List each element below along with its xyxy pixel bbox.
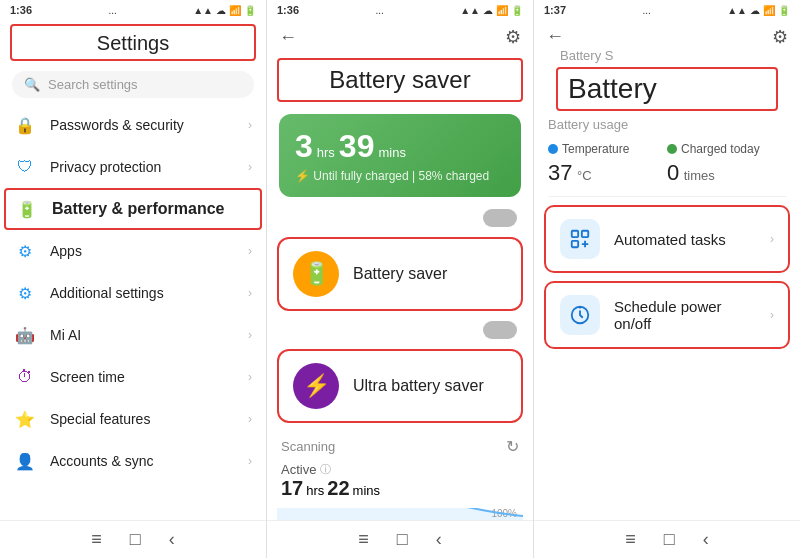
nav-menu-2[interactable]: ≡: [358, 529, 369, 550]
divider-1: [548, 196, 786, 197]
accounts-icon: 👤: [14, 450, 36, 472]
privacy-label: Privacy protection: [50, 159, 234, 175]
lock-icon: 🔒: [14, 114, 36, 136]
settings-item-screentime[interactable]: ⏱ Screen time ›: [0, 356, 266, 398]
nav-menu-3[interactable]: ≡: [625, 529, 636, 550]
refresh-icon[interactable]: ↻: [506, 437, 519, 456]
dots-3: ...: [642, 5, 650, 16]
battery-usage-label: Battery usage: [534, 113, 800, 136]
settings-item-accounts[interactable]: 👤 Accounts & sync ›: [0, 440, 266, 482]
charged-unit: times: [684, 168, 715, 183]
settings-item-special[interactable]: ⭐ Special features ›: [0, 398, 266, 440]
back-arrow-3[interactable]: ←: [546, 26, 564, 47]
dots-1: ...: [108, 5, 116, 16]
status-bar-1: 1:36 ... ▲▲ ☁ 📶 🔋: [0, 0, 266, 20]
status-icons-1: ▲▲ ☁ 📶 🔋: [193, 5, 256, 16]
battery-saver-panel: 1:36 ... ▲▲ ☁ 📶 🔋 ← ⚙ Battery saver 3 hr…: [267, 0, 534, 558]
nav-back-2[interactable]: ‹: [436, 529, 442, 550]
battery-performance-label: Battery & performance: [52, 200, 250, 218]
schedule-power-icon: [560, 295, 600, 335]
nav-home-1[interactable]: □: [130, 529, 141, 550]
charged-stat: Charged today 0 times: [667, 142, 786, 186]
settings-item-apps[interactable]: ⚙ Apps ›: [0, 230, 266, 272]
settings-item-passwords[interactable]: 🔒 Passwords & security ›: [0, 104, 266, 146]
charged-label: Charged today: [681, 142, 760, 156]
schedule-power-label: Schedule power on/off: [614, 298, 756, 332]
toggle-row-2: [267, 317, 533, 343]
back-arrow-2[interactable]: ←: [279, 27, 297, 48]
scanning-section: Scanning ↻: [267, 429, 533, 458]
miai-icon: 🤖: [14, 324, 36, 346]
svg-rect-0: [572, 231, 578, 237]
nav-menu-1[interactable]: ≡: [91, 529, 102, 550]
chevron-icon: ›: [248, 286, 252, 300]
charged-dot: [667, 144, 677, 154]
search-bar[interactable]: 🔍 Search settings: [12, 71, 254, 98]
info-icon: ⓘ: [320, 462, 331, 477]
automated-tasks-label: Automated tasks: [614, 231, 756, 248]
nav-home-2[interactable]: □: [397, 529, 408, 550]
status-icons-3: ▲▲ ☁ 📶 🔋: [727, 5, 790, 16]
ultra-saver-option[interactable]: ⚡ Ultra battery saver: [277, 349, 523, 423]
settings-item-miai[interactable]: 🤖 Mi AI ›: [0, 314, 266, 356]
gear-icon-3[interactable]: ⚙: [772, 26, 788, 48]
nav-bar-1: ≡ □ ‹: [0, 520, 266, 558]
settings-panel: 1:36 ... ▲▲ ☁ 📶 🔋 Settings 🔍 Search sett…: [0, 0, 267, 558]
battery-subtitle-text: Battery S: [546, 48, 788, 65]
screentime-label: Screen time: [50, 369, 234, 385]
miai-label: Mi AI: [50, 327, 234, 343]
chevron-icon: ›: [248, 244, 252, 258]
settings-item-additional[interactable]: ⚙ Additional settings ›: [0, 272, 266, 314]
chevron-icon: ›: [770, 308, 774, 322]
time-3: 1:37: [544, 4, 566, 16]
battery-mins: 39: [339, 128, 375, 165]
battery-chart: 100% 75%: [277, 508, 523, 520]
svg-rect-2: [572, 241, 578, 247]
temp-unit: °C: [577, 168, 592, 183]
status-bar-3: 1:37 ... ▲▲ ☁ 📶 🔋: [534, 0, 800, 20]
gear-icon-2[interactable]: ⚙: [505, 26, 521, 48]
nav-back-3[interactable]: ‹: [703, 529, 709, 550]
charged-header: Charged today: [667, 142, 786, 156]
screentime-icon: ⏱: [14, 366, 36, 388]
apps-icon: ⚙: [14, 240, 36, 262]
temp-label: Temperature: [562, 142, 629, 156]
battery-stats: Temperature 37 °C Charged today 0 times: [534, 136, 800, 192]
battery-hrs-unit: hrs: [317, 145, 335, 160]
active-hrs-unit: hrs: [306, 483, 324, 498]
accounts-label: Accounts & sync: [50, 453, 234, 469]
nav-home-3[interactable]: □: [664, 529, 675, 550]
shield-icon: 🛡: [14, 156, 36, 178]
battery-info-card: 3 hrs 39 mins ⚡ Until fully charged | 58…: [279, 114, 521, 197]
schedule-power-option[interactable]: Schedule power on/off ›: [544, 281, 790, 349]
chevron-icon: ›: [248, 328, 252, 342]
ultra-saver-toggle[interactable]: [483, 321, 517, 339]
nav-back-1[interactable]: ‹: [169, 529, 175, 550]
status-bar-2: 1:36 ... ▲▲ ☁ 📶 🔋: [267, 0, 533, 20]
automated-tasks-option[interactable]: Automated tasks ›: [544, 205, 790, 273]
battery-title: Battery: [556, 67, 778, 111]
apps-label: Apps: [50, 243, 234, 259]
additional-icon: ⚙: [14, 282, 36, 304]
active-section: Active ⓘ 17 hrs 22 mins: [267, 458, 533, 504]
battery-saver-option[interactable]: 🔋 Battery saver: [277, 237, 523, 311]
additional-label: Additional settings: [50, 285, 234, 301]
battery-mins-unit: mins: [378, 145, 405, 160]
panel2-header: ← ⚙: [267, 20, 533, 54]
settings-item-privacy[interactable]: 🛡 Privacy protection ›: [0, 146, 266, 188]
chevron-icon: ›: [248, 160, 252, 174]
active-time-display: 17 hrs 22 mins: [281, 477, 519, 500]
dots-2: ...: [375, 5, 383, 16]
battery-saver-toggle[interactable]: [483, 209, 517, 227]
temp-stat: Temperature 37 °C: [548, 142, 667, 186]
settings-list: 🔒 Passwords & security › 🛡 Privacy prote…: [0, 104, 266, 520]
scanning-label: Scanning: [281, 439, 335, 454]
active-mins: 22: [327, 477, 349, 500]
settings-item-battery[interactable]: 🔋 Battery & performance: [4, 188, 262, 230]
temp-dot: [548, 144, 558, 154]
time-2: 1:36: [277, 4, 299, 16]
status-icons-2: ▲▲ ☁ 📶 🔋: [460, 5, 523, 16]
ultra-saver-icon: ⚡: [293, 363, 339, 409]
active-label: Active ⓘ: [281, 462, 519, 477]
battery-time: 3 hrs 39 mins: [295, 128, 505, 165]
